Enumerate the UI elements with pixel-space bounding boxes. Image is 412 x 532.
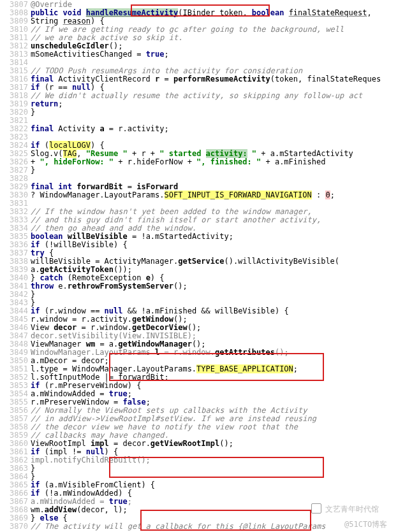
code-area[interactable]: @Override public void handleResumeActivi…: [29, 0, 412, 532]
code-line[interactable]: if (!willBeVisible) {: [31, 241, 412, 249]
code-line[interactable]: }: [31, 464, 412, 473]
code-editor: 3807380838093810381138123813381438153816…: [0, 0, 412, 532]
line-number-gutter: 3807380838093810381138123813381438153816…: [0, 0, 29, 532]
code-line[interactable]: throw e.rethrowFromSystemServer();: [31, 282, 412, 291]
code-line[interactable]: impl.notifyChildRebuilt();: [31, 456, 412, 464]
code-line[interactable]: + ", hideForNow: " + r.hideForNow + ", f…: [31, 158, 412, 166]
code-line[interactable]: final Activity a = r.activity;: [31, 125, 412, 133]
code-line[interactable]: // We didn't actually resume the activit…: [31, 92, 412, 100]
code-line[interactable]: }: [31, 166, 412, 175]
code-line[interactable]: // The activity will get a callback for …: [31, 522, 412, 531]
code-line[interactable]: wm.addView(decor, l);: [31, 506, 412, 514]
code-line[interactable]: ? WindowManager.LayoutParams.SOFT_INPUT_…: [31, 191, 412, 199]
code-line[interactable]: mSomeActivitiesChanged = true;: [31, 50, 412, 59]
code-line[interactable]: return;: [31, 100, 412, 108]
code-line[interactable]: }: [31, 291, 412, 299]
line-number: 3870: [0, 522, 28, 531]
code-line[interactable]: }: [31, 108, 412, 117]
